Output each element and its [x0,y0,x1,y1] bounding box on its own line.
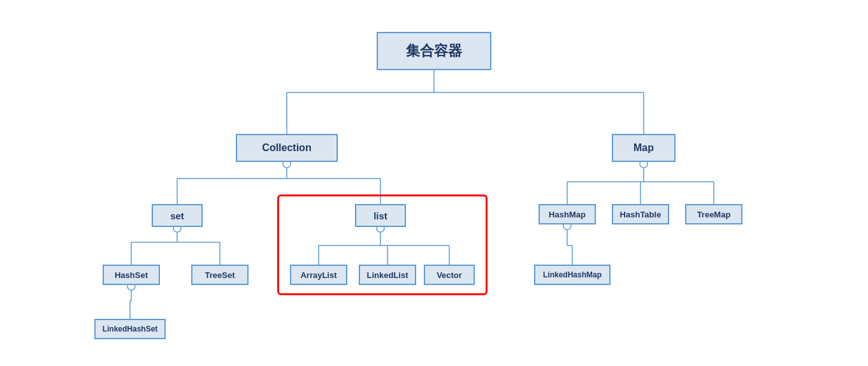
node-set: set [152,204,203,227]
node-vector: Vector [424,265,475,285]
node-hashtable-label: HashTable [620,210,662,219]
node-linkedlist-label: LinkedList [366,270,408,280]
node-arraylist-label: ArrayList [300,270,336,280]
node-list-label: list [373,210,387,221]
node-collection-label: Collection [262,142,311,154]
node-hashmap-label: HashMap [549,210,586,219]
node-treeset: TreeSet [191,265,249,285]
node-root: 集合容器 [377,32,491,70]
node-hashmap: HashMap [539,204,596,224]
node-hashtable: HashTable [612,204,669,224]
node-arraylist: ArrayList [290,265,347,285]
node-collection: Collection [236,134,338,162]
node-treeset-label: TreeSet [205,270,235,280]
node-linkedhashmap-label: LinkedHashMap [543,270,602,279]
node-hashset-label: HashSet [115,270,148,280]
node-treemap: TreeMap [685,204,742,224]
node-map: Map [612,134,676,162]
node-linkedhashmap: LinkedHashMap [534,265,611,285]
node-map-label: Map [633,142,654,154]
node-root-label: 集合容器 [406,41,462,61]
node-list: list [355,204,406,227]
node-linkedhashset: LinkedHashSet [94,319,166,339]
node-vector-label: Vector [437,270,462,280]
node-linkedhashset-label: LinkedHashSet [103,325,158,333]
node-hashset: HashSet [103,265,160,285]
diagram-container: 集合容器 Collection Map set list HashSet Tre… [0,0,868,366]
node-set-label: set [170,210,184,221]
node-linkedlist: LinkedList [359,265,416,285]
node-treemap-label: TreeMap [697,210,731,219]
